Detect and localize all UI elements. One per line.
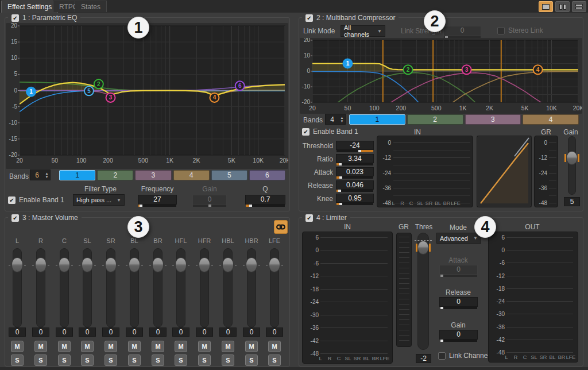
mbc-bands-spinner[interactable]: 4 ▲▼ — [325, 114, 346, 125]
q-slider[interactable] — [246, 205, 285, 207]
threshold-value[interactable]: -2 — [416, 354, 431, 363]
gain-slider[interactable] — [440, 340, 477, 342]
threshold-field[interactable]: -24 — [336, 141, 374, 150]
mute-button-SL[interactable]: M — [81, 341, 94, 352]
release-field[interactable]: 0 — [439, 297, 478, 307]
mute-button-R[interactable]: M — [34, 341, 47, 352]
mute-button-HFL[interactable]: M — [175, 341, 187, 352]
solo-button-BL[interactable]: S — [128, 354, 141, 366]
gain-field[interactable]: 0 — [439, 330, 478, 340]
fader-handle-SR[interactable] — [105, 257, 117, 272]
fader-handle-SL[interactable] — [82, 257, 93, 272]
gain-slider-handle[interactable] — [566, 151, 578, 165]
channel-value-C[interactable]: 0 — [56, 327, 73, 337]
mute-button-SR[interactable]: M — [105, 341, 117, 352]
solo-button-C[interactable]: S — [58, 354, 71, 366]
mute-button-HBL[interactable]: M — [222, 341, 234, 352]
knee-slider[interactable] — [336, 203, 373, 205]
knee-field[interactable]: 0.95 — [336, 194, 374, 203]
q-field[interactable]: 0.7 — [245, 195, 285, 205]
mv-enable-checkbox[interactable]: ✔ — [11, 214, 19, 222]
release-slider[interactable] — [440, 307, 477, 309]
mute-button-LFE[interactable]: M — [268, 341, 281, 352]
mbc-band-button-2[interactable]: 2 — [407, 114, 463, 125]
mute-button-HBR[interactable]: M — [245, 341, 258, 352]
channel-value-R[interactable]: 0 — [32, 327, 49, 337]
frequency-field[interactable]: 27 — [138, 195, 177, 205]
filter-type-dropdown[interactable]: High pass ...▼ — [73, 194, 125, 206]
threshold-slider-handle[interactable] — [417, 241, 429, 255]
mbc-band-button-3[interactable]: 3 — [465, 114, 521, 125]
solo-button-HBR[interactable]: S — [245, 354, 258, 366]
split-horizontal-layout-button[interactable] — [572, 1, 586, 12]
fader-handle-C[interactable] — [59, 257, 70, 272]
mute-button-BR[interactable]: M — [152, 341, 164, 352]
fader-handle-HBR[interactable] — [246, 257, 257, 272]
link-channels-checkbox[interactable] — [438, 352, 446, 360]
channel-value-HFL[interactable]: 0 — [172, 327, 189, 337]
channel-value-HFR[interactable]: 0 — [196, 327, 213, 337]
link-channels-button[interactable] — [274, 220, 288, 234]
eq-enable-checkbox[interactable]: ✔ — [11, 14, 19, 22]
gain-value[interactable]: 5 — [564, 197, 580, 206]
channel-value-HBL[interactable]: 0 — [219, 327, 237, 337]
mute-button-BL[interactable]: M — [128, 341, 141, 352]
eq-band-button-4[interactable]: 4 — [173, 170, 210, 180]
release-slider[interactable] — [336, 190, 373, 192]
enable-band-checkbox[interactable]: ✔ — [8, 196, 16, 204]
tab-states[interactable]: States — [75, 1, 107, 12]
split-vertical-layout-button[interactable] — [555, 1, 570, 12]
eq-band-button-2[interactable]: 2 — [97, 170, 133, 180]
mute-button-L[interactable]: M — [11, 341, 24, 352]
release-field[interactable]: 0.046 — [336, 180, 374, 190]
ratio-slider[interactable] — [336, 163, 373, 165]
channel-value-BR[interactable]: 0 — [149, 327, 167, 337]
ratio-field[interactable]: 3.34 — [336, 154, 374, 163]
attack-field[interactable]: 0.023 — [336, 167, 374, 176]
eq-band-button-3[interactable]: 3 — [135, 170, 171, 180]
stereo-link-checkbox[interactable] — [497, 27, 505, 34]
solo-button-R[interactable]: S — [34, 354, 47, 366]
eq-band-button-1[interactable]: 1 — [59, 170, 95, 180]
mute-button-C[interactable]: M — [58, 341, 71, 352]
solo-button-SR[interactable]: S — [105, 354, 117, 366]
channel-value-SL[interactable]: 0 — [79, 327, 96, 337]
fader-handle-L[interactable] — [11, 257, 23, 272]
solo-button-HFL[interactable]: S — [175, 354, 187, 366]
fader-handle-BL[interactable] — [129, 257, 140, 272]
lim-enable-checkbox[interactable]: ✔ — [305, 214, 313, 222]
channel-value-LFE[interactable]: 0 — [266, 327, 283, 337]
fader-handle-R[interactable] — [35, 257, 47, 272]
crossover-graph[interactable]: 123420100-10-2020501002005001K2K5K10K20K — [300, 38, 582, 114]
single-pane-layout-button[interactable] — [539, 1, 553, 12]
mbc-band-button-1[interactable]: 1 — [349, 114, 405, 125]
gain-slider-track[interactable] — [568, 136, 576, 195]
channel-value-SR[interactable]: 0 — [102, 327, 119, 337]
mbc-enable-checkbox[interactable]: ✔ — [305, 14, 313, 22]
solo-button-L[interactable]: S — [11, 354, 24, 366]
fader-handle-LFE[interactable] — [269, 257, 280, 272]
fader-handle-HFR[interactable] — [199, 257, 210, 272]
mbc-band-button-4[interactable]: 4 — [523, 114, 579, 125]
fader-handle-HBL[interactable] — [222, 257, 234, 272]
mute-button-HFR[interactable]: M — [198, 341, 211, 352]
channel-value-HBR[interactable]: 0 — [243, 327, 260, 337]
solo-button-BR[interactable]: S — [152, 354, 164, 366]
enable-band-checkbox[interactable]: ✔ — [302, 128, 310, 136]
eq-response-graph[interactable]: 15234620151050-5-10-15-2020501002005001K… — [6, 23, 288, 169]
eq-bands-spinner[interactable]: 6 ▲▼ — [30, 169, 51, 180]
frequency-slider[interactable] — [138, 205, 176, 207]
eq-band-button-6[interactable]: 6 — [249, 170, 285, 180]
mode-dropdown[interactable]: Advanced▼ — [436, 233, 481, 244]
solo-button-HFR[interactable]: S — [198, 354, 211, 366]
fader-handle-HFL[interactable] — [175, 257, 187, 272]
threshold-slider[interactable] — [336, 150, 373, 152]
channel-value-L[interactable]: 0 — [9, 327, 26, 337]
eq-band-button-5[interactable]: 5 — [211, 170, 247, 180]
attack-slider[interactable] — [336, 176, 373, 179]
solo-button-LFE[interactable]: S — [268, 354, 281, 366]
fader-handle-BR[interactable] — [152, 257, 164, 272]
solo-button-SL[interactable]: S — [81, 354, 94, 366]
link-mode-dropdown[interactable]: All channels▼ — [341, 25, 385, 37]
tab-effect-settings[interactable]: Effect Settings — [1, 1, 58, 13]
